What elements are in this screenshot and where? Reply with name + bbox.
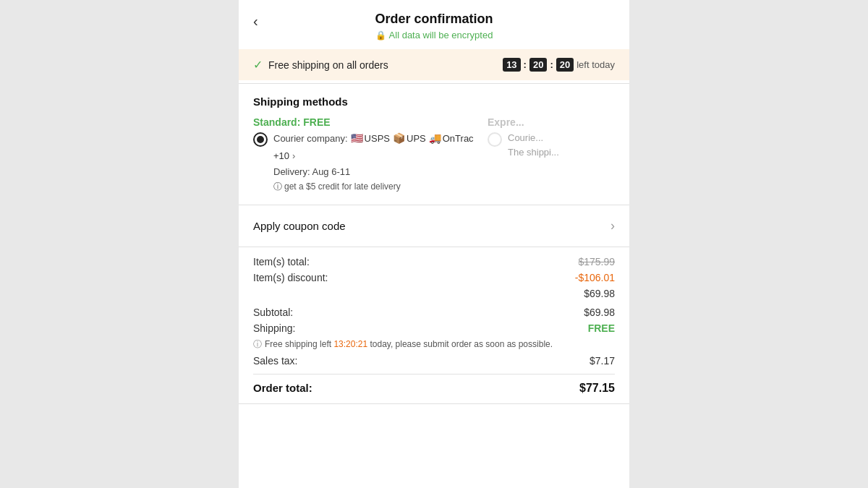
- items-total-label: Item(s) total:: [253, 256, 310, 267]
- ontrac-badge: 🚚 OnTrac: [429, 131, 474, 146]
- standard-shipping-option[interactable]: Standard: FREE Courier company: 🇺🇸 USPS …: [253, 116, 476, 193]
- usps-emoji: 🇺🇸: [351, 131, 363, 146]
- standard-radio-row: Courier company: 🇺🇸 USPS 📦 UPS 🚚: [253, 131, 476, 193]
- more-couriers: +10: [273, 149, 289, 163]
- express-shipping-details: Courie... The shippi...: [508, 131, 559, 159]
- express-note: The shippi...: [508, 145, 559, 160]
- after-discount-row: $69.98: [253, 288, 615, 299]
- ontrac-label: OnTrac: [443, 132, 474, 146]
- colon-1: :: [524, 59, 527, 70]
- countdown-hours: 13: [503, 58, 520, 72]
- order-total-row: Order total: $77.15: [253, 374, 615, 395]
- shipping-methods-container: Standard: FREE Courier company: 🇺🇸 USPS …: [253, 116, 615, 193]
- items-discount-value: -$106.01: [575, 272, 615, 283]
- free-shipping-text: ✓ Free shipping on all orders: [253, 58, 388, 72]
- shipping-section: Shipping methods Standard: FREE Courier …: [239, 84, 629, 205]
- shipping-label: Shipping:: [253, 322, 295, 334]
- order-summary: Item(s) total: $175.99 Item(s) discount:…: [239, 247, 629, 403]
- coupon-label: Apply coupon code: [253, 220, 346, 232]
- usps-label: USPS: [365, 132, 390, 146]
- colon-2: :: [550, 59, 553, 70]
- usps-badge: 🇺🇸 USPS: [351, 131, 390, 146]
- shipping-value: FREE: [588, 322, 615, 334]
- couriers-chevron-icon[interactable]: ›: [292, 149, 295, 163]
- items-discount-row: Item(s) discount: -$106.01: [253, 272, 615, 283]
- after-discount-value: $69.98: [584, 288, 615, 299]
- express-shipping-option[interactable]: Expre... Courie... The shippi...: [488, 116, 615, 193]
- divider-bottom: [239, 403, 629, 404]
- lock-icon: 🔒: [375, 30, 386, 40]
- tax-label: Sales tax:: [253, 355, 297, 367]
- subtotal-value: $69.98: [584, 307, 615, 318]
- countdown-seconds: 20: [556, 58, 574, 72]
- countdown-suffix: left today: [576, 59, 615, 70]
- shipping-note: ⓘ Free shipping left 13:20:21 today, ple…: [253, 338, 615, 351]
- express-courier: Courie...: [508, 131, 559, 145]
- express-radio-row: Courie... The shippi...: [488, 131, 615, 159]
- order-total-value: $77.15: [579, 382, 615, 395]
- standard-radio-button[interactable]: [253, 132, 268, 147]
- ups-label: UPS: [407, 132, 426, 146]
- shipping-section-title: Shipping methods: [253, 95, 615, 108]
- check-icon: ✓: [253, 58, 263, 72]
- coupon-row[interactable]: Apply coupon code ›: [239, 205, 629, 247]
- back-button[interactable]: ‹: [253, 13, 258, 30]
- free-shipping-banner: ✓ Free shipping on all orders 13 : 20 : …: [239, 49, 629, 80]
- countdown-minutes: 20: [529, 58, 547, 72]
- items-total-value: $175.99: [578, 256, 615, 267]
- shipping-note-text: Free shipping left 13:20:21 today, pleas…: [265, 338, 553, 351]
- ups-emoji: 📦: [393, 131, 405, 146]
- tax-value: $7.17: [590, 355, 615, 367]
- shipping-row: Shipping: FREE: [253, 322, 615, 334]
- encryption-notice: 🔒 All data will be encrypted: [253, 30, 615, 40]
- order-total-label: Order total:: [253, 382, 312, 394]
- coupon-wrapper: Apply coupon code ›: [239, 205, 629, 247]
- tax-row: Sales tax: $7.17: [253, 355, 615, 367]
- header: ‹ Order confirmation 🔒 All data will be …: [239, 0, 629, 46]
- courier-label: Courier company:: [273, 132, 348, 146]
- express-shipping-label: Expre...: [488, 116, 615, 128]
- shipping-countdown: 13:20:21: [333, 339, 367, 349]
- shipping-info-icon: ⓘ: [253, 338, 262, 351]
- standard-shipping-details: Courier company: 🇺🇸 USPS 📦 UPS 🚚: [273, 131, 476, 193]
- standard-shipping-label: Standard: FREE: [253, 116, 476, 128]
- courier-list: Courier company: 🇺🇸 USPS 📦 UPS 🚚: [273, 131, 476, 163]
- delivery-date: Delivery: Aug 6-11: [273, 165, 476, 179]
- items-discount-label: Item(s) discount:: [253, 272, 328, 283]
- info-icon: ⓘ: [273, 180, 282, 193]
- coupon-chevron-icon: ›: [610, 218, 615, 234]
- items-total-row: Item(s) total: $175.99: [253, 256, 615, 267]
- ups-badge: 📦 UPS: [393, 131, 426, 146]
- page-title: Order confirmation: [253, 12, 615, 27]
- countdown-timer: 13 : 20 : 20 left today: [503, 58, 615, 72]
- ontrac-emoji: 🚚: [429, 131, 441, 146]
- late-delivery-note: ⓘ get a $5 credit for late delivery: [273, 180, 476, 193]
- subtotal-row: Subtotal: $69.98: [253, 307, 615, 318]
- express-radio-button[interactable]: [488, 132, 502, 147]
- subtotal-label: Subtotal:: [253, 307, 293, 318]
